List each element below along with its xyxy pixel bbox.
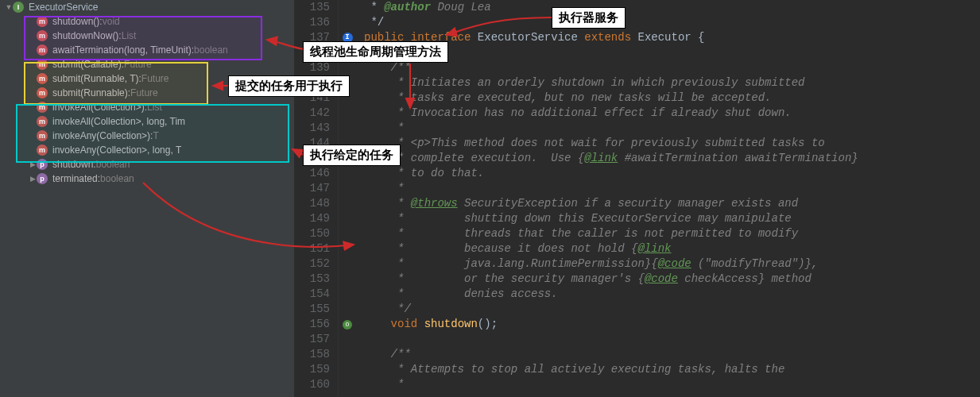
line-number: 158 bbox=[294, 347, 330, 362]
code-line[interactable]: * shutting down this ExecutorService may… bbox=[364, 211, 858, 226]
tree-item[interactable]: mshutdownNow(): List bbox=[0, 29, 294, 43]
tree-item[interactable]: minvokeAll(Collection>, long, Tim bbox=[0, 114, 294, 129]
tree-item[interactable]: minvokeAny(Collection>): T bbox=[0, 129, 294, 143]
code-line[interactable]: void shutdown(); bbox=[364, 317, 858, 332]
annotation-invoke: 执行给定的任务 bbox=[303, 145, 401, 166]
line-number: 151 bbox=[294, 241, 330, 256]
line-number: 155 bbox=[294, 302, 330, 317]
annotation-lifecycle: 线程池生命周期管理方法 bbox=[303, 41, 448, 63]
line-number: 156 bbox=[294, 317, 330, 332]
tree-item[interactable]: mshutdown(): void bbox=[0, 14, 294, 29]
line-number: 159 bbox=[294, 362, 330, 377]
tree-root[interactable]: ▼ I ExecutorService bbox=[0, 0, 294, 14]
method-icon: m bbox=[37, 102, 48, 113]
method-icon: m bbox=[37, 130, 48, 141]
annotation-submit: 提交的任务用于执行 bbox=[228, 75, 350, 97]
method-icon: m bbox=[37, 59, 48, 70]
chevron-right-icon[interactable]: ▶ bbox=[29, 172, 37, 186]
code-line[interactable]: * java.lang.RuntimePermission}{@code ("m… bbox=[364, 256, 858, 272]
code-line[interactable]: * Initiates an orderly shutdown in which… bbox=[364, 75, 858, 91]
interface-name: ExecutorService bbox=[29, 0, 98, 14]
tree-item[interactable]: minvokeAll(Collection>): List bbox=[0, 100, 294, 114]
code-line[interactable]: * @throws SecurityException if a securit… bbox=[364, 196, 858, 211]
code-line[interactable]: * complete execution. Use {@link #awaitT… bbox=[364, 151, 858, 166]
code-line[interactable]: * Invocation has no additional effect if… bbox=[364, 106, 858, 121]
code-line[interactable]: * bbox=[364, 121, 858, 136]
code-line[interactable] bbox=[364, 332, 858, 347]
line-number: 142 bbox=[294, 106, 330, 121]
interface-icon: I bbox=[13, 2, 24, 13]
tree-item[interactable]: ▶pterminated: boolean bbox=[0, 172, 294, 186]
method-icon: m bbox=[37, 30, 48, 41]
tree-item[interactable]: msubmit(Callable): Future bbox=[0, 57, 294, 71]
method-icon: m bbox=[37, 16, 48, 27]
line-number: 136 bbox=[294, 15, 330, 30]
code-line[interactable]: * bbox=[364, 377, 858, 392]
method-icon: m bbox=[37, 73, 48, 84]
method-icon: m bbox=[37, 87, 48, 98]
property-icon: p bbox=[37, 159, 48, 170]
code-line[interactable]: * bbox=[364, 181, 858, 196]
tree-item[interactable]: ▶pshutdown: boolean bbox=[0, 157, 294, 172]
code-line[interactable]: */ bbox=[364, 302, 858, 317]
method-icon: m bbox=[37, 145, 48, 156]
override-gutter-icon[interactable]: O bbox=[343, 320, 352, 330]
line-number: 153 bbox=[294, 272, 330, 287]
line-number: 146 bbox=[294, 166, 330, 181]
line-number: 147 bbox=[294, 181, 330, 196]
line-number: 149 bbox=[294, 211, 330, 226]
code-line[interactable]: * to do that. bbox=[364, 166, 858, 181]
code-line[interactable]: * or the security manager's {@code check… bbox=[364, 272, 858, 287]
code-line[interactable]: * denies access. bbox=[364, 287, 858, 302]
code-line[interactable]: * threads that the caller is not permitt… bbox=[364, 226, 858, 241]
chevron-right-icon[interactable]: ▶ bbox=[29, 157, 37, 172]
method-icon: m bbox=[37, 116, 48, 127]
structure-panel[interactable]: ▼ I ExecutorService mshutdown(): voidmsh… bbox=[0, 0, 294, 397]
line-number: 148 bbox=[294, 196, 330, 211]
annotation-title: 执行器服务 bbox=[552, 7, 626, 29]
code-line[interactable]: * tasks are executed, but no new tasks w… bbox=[364, 91, 858, 106]
chevron-down-icon[interactable]: ▼ bbox=[5, 0, 13, 14]
code-line[interactable]: /** bbox=[364, 347, 858, 362]
line-number: 154 bbox=[294, 287, 330, 302]
code-line[interactable]: * Attempts to stop all actively executin… bbox=[364, 362, 858, 377]
code-line[interactable]: * because it does not hold {@link bbox=[364, 241, 858, 256]
code-line[interactable]: * <p>This method does not wait for previ… bbox=[364, 136, 858, 151]
property-icon: p bbox=[37, 173, 48, 184]
tree-item[interactable]: minvokeAny(Collection>, long, T bbox=[0, 143, 294, 157]
line-number: 157 bbox=[294, 332, 330, 347]
line-number: 135 bbox=[294, 0, 330, 15]
tree-item[interactable]: mawaitTermination(long, TimeUnit): boole… bbox=[0, 43, 294, 57]
line-number: 143 bbox=[294, 121, 330, 136]
line-number: 160 bbox=[294, 377, 330, 392]
method-icon: m bbox=[37, 44, 48, 56]
line-number: 152 bbox=[294, 256, 330, 272]
line-number: 150 bbox=[294, 226, 330, 241]
